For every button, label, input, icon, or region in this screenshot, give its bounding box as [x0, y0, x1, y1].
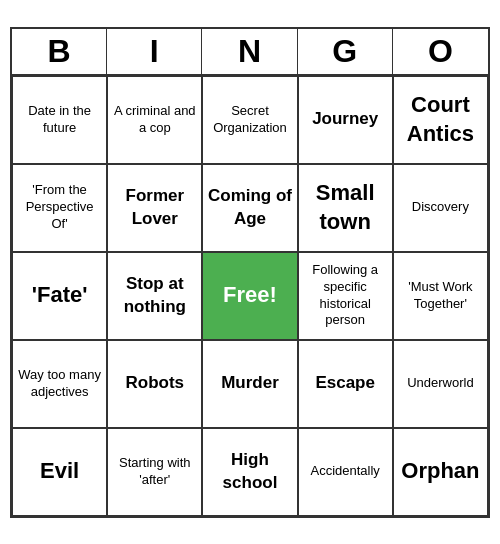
bingo-cell-17[interactable]: Murder [202, 340, 297, 428]
bingo-cell-3[interactable]: Journey [298, 76, 393, 164]
bingo-cell-15[interactable]: Way too many adjectives [12, 340, 107, 428]
bingo-cell-0[interactable]: Date in the future [12, 76, 107, 164]
bingo-cell-24[interactable]: Orphan [393, 428, 488, 516]
bingo-cell-21[interactable]: Starting with 'after' [107, 428, 202, 516]
bingo-cell-7[interactable]: Coming of Age [202, 164, 297, 252]
bingo-cell-22[interactable]: High school [202, 428, 297, 516]
bingo-grid: Date in the futureA criminal and a copSe… [12, 76, 488, 516]
bingo-cell-5[interactable]: 'From the Perspective Of' [12, 164, 107, 252]
bingo-cell-18[interactable]: Escape [298, 340, 393, 428]
bingo-cell-6[interactable]: Former Lover [107, 164, 202, 252]
header-letter-i: I [107, 29, 202, 74]
bingo-cell-1[interactable]: A criminal and a cop [107, 76, 202, 164]
header-letter-o: O [393, 29, 488, 74]
bingo-card: BINGO Date in the futureA criminal and a… [10, 27, 490, 518]
bingo-cell-4[interactable]: Court Antics [393, 76, 488, 164]
header-letter-n: N [202, 29, 297, 74]
bingo-cell-10[interactable]: 'Fate' [12, 252, 107, 340]
bingo-header: BINGO [12, 29, 488, 76]
bingo-cell-13[interactable]: Following a specific historical person [298, 252, 393, 340]
bingo-cell-2[interactable]: Secret Organization [202, 76, 297, 164]
header-letter-b: B [12, 29, 107, 74]
bingo-cell-12[interactable]: Free! [202, 252, 297, 340]
bingo-cell-16[interactable]: Robots [107, 340, 202, 428]
bingo-cell-20[interactable]: Evil [12, 428, 107, 516]
bingo-cell-8[interactable]: Small town [298, 164, 393, 252]
bingo-cell-9[interactable]: Discovery [393, 164, 488, 252]
bingo-cell-14[interactable]: 'Must Work Together' [393, 252, 488, 340]
bingo-cell-19[interactable]: Underworld [393, 340, 488, 428]
bingo-cell-23[interactable]: Accidentally [298, 428, 393, 516]
header-letter-g: G [298, 29, 393, 74]
bingo-cell-11[interactable]: Stop at nothing [107, 252, 202, 340]
